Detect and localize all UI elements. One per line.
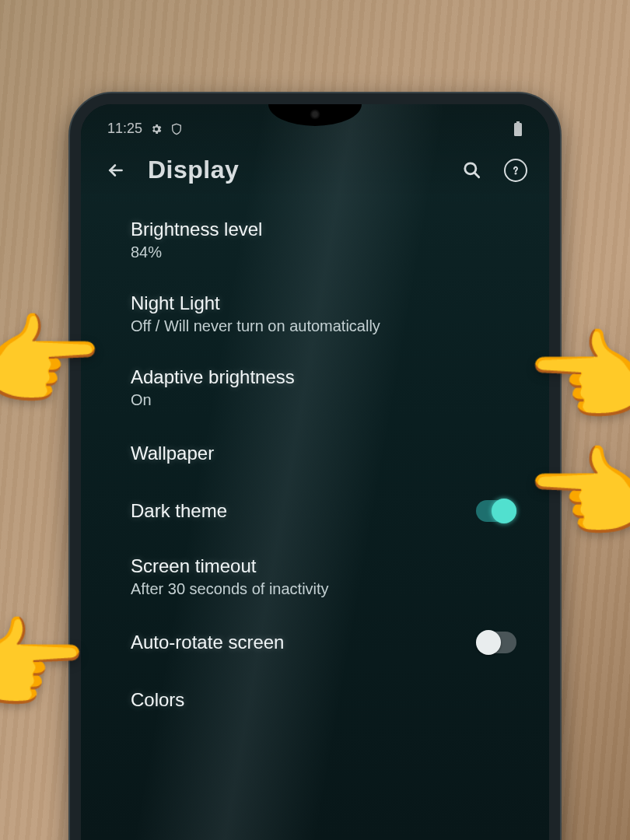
item-title: Night Light	[131, 292, 380, 314]
item-title: Auto-rotate screen	[131, 632, 284, 653]
item-auto-rotate[interactable]: Auto-rotate screen	[131, 614, 530, 671]
battery-icon	[513, 121, 523, 137]
page-title: Display	[148, 156, 440, 184]
gear-icon	[150, 123, 163, 135]
item-night-light[interactable]: Night Light Off / Will never turn on aut…	[131, 277, 530, 351]
item-screen-timeout[interactable]: Screen timeout After 30 seconds of inact…	[131, 540, 530, 614]
dark-theme-toggle[interactable]	[476, 500, 516, 522]
auto-rotate-toggle[interactable]	[476, 632, 516, 653]
status-time: 11:25	[107, 121, 142, 137]
app-bar: Display	[100, 138, 530, 200]
item-colors[interactable]: Colors	[131, 671, 530, 729]
svg-rect-0	[514, 123, 522, 136]
item-subtitle: After 30 seconds of inactivity	[131, 580, 329, 598]
help-icon[interactable]	[504, 159, 527, 182]
item-dark-theme[interactable]: Dark theme	[131, 482, 530, 540]
search-icon[interactable]	[459, 157, 485, 184]
screen: 11:25 Display	[81, 104, 549, 840]
svg-rect-1	[516, 121, 520, 123]
item-subtitle: Off / Will never turn on automatically	[131, 317, 380, 335]
item-subtitle: On	[131, 391, 295, 409]
item-title: Wallpaper	[131, 443, 214, 464]
item-title: Adaptive brightness	[131, 366, 295, 388]
item-wallpaper[interactable]: Wallpaper	[131, 425, 530, 482]
settings-list: Brightness level 84% Night Light Off / W…	[100, 200, 530, 729]
item-adaptive-brightness[interactable]: Adaptive brightness On	[131, 351, 530, 425]
item-title: Colors	[131, 689, 184, 711]
item-title: Dark theme	[131, 500, 227, 522]
item-brightness-level[interactable]: Brightness level 84%	[131, 203, 530, 277]
item-title: Screen timeout	[131, 555, 329, 577]
phone-frame: 11:25 Display	[70, 93, 560, 840]
shield-icon	[170, 123, 183, 135]
svg-point-3	[515, 173, 516, 173]
item-subtitle: 84%	[131, 243, 262, 261]
back-icon[interactable]	[103, 157, 129, 184]
item-title: Brightness level	[131, 219, 262, 240]
